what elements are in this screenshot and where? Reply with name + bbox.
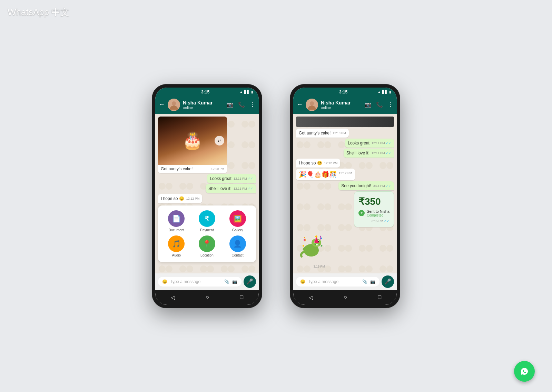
emoji-message: 🎉🎈🎂🎁🎊 12:12 PM: [296, 169, 355, 180]
attach-audio[interactable]: 🎵 Audio: [163, 235, 190, 257]
phone-2-back-button[interactable]: ←: [297, 101, 303, 108]
msg2-shell-love: She'll love it! 12:11 PM ✓✓: [344, 149, 394, 158]
emoji-time: 12:12 PM: [339, 171, 352, 175]
payment-to: Sent to Nisha: [367, 209, 390, 213]
phone-2-chat-body[interactable]: Got aunty's cake! 12:10 PM Looks great 1…: [293, 114, 397, 273]
phone-2-wifi-icon: ▲: [377, 90, 381, 94]
phone-2-emoji-icon[interactable]: 😊: [300, 279, 305, 284]
phone-2-avatar[interactable]: [306, 99, 318, 111]
attach-icon[interactable]: 📎: [224, 279, 229, 284]
cake-image: 🎂 ↩: [158, 117, 227, 165]
phone-1-back-button[interactable]: ←: [159, 101, 165, 108]
phone-1-back-nav[interactable]: ◁: [167, 293, 179, 302]
location-label: Location: [200, 253, 214, 257]
phone-1-call-icon[interactable]: 📞: [238, 101, 245, 108]
phone-1-screen: 3:15 ▲ ▋▋ ▮ ←: [155, 88, 259, 305]
attach-payment[interactable]: ₹ Payment: [194, 210, 221, 232]
phone-1-menu-icon[interactable]: ⋮: [250, 101, 255, 108]
payment-completed: Completed: [367, 213, 390, 217]
forward-button[interactable]: ↩: [215, 136, 224, 145]
phone-2-nav-bar: ◁ ○ □: [293, 290, 397, 305]
phone-2-back-nav[interactable]: ◁: [305, 293, 317, 302]
phone-1-input-bar: 😊 Type a message 📎 📷 🎤: [155, 273, 259, 290]
payment-status-icon: ₹: [358, 210, 365, 216]
msg2-cake-time: 12:10 PM: [333, 131, 346, 135]
whatsapp-fab[interactable]: [514, 361, 535, 382]
attach-document[interactable]: 📄 Document: [163, 210, 190, 232]
svg-point-4: [310, 101, 314, 105]
document-icon: 📄: [168, 210, 185, 227]
msg-shell-love-time: 12:11 PM ✓✓: [234, 187, 253, 190]
phone-1-mic-button[interactable]: 🎤: [244, 275, 256, 288]
phone-1-home-nav[interactable]: ○: [201, 293, 213, 302]
phone-2-attach-icon[interactable]: 📎: [362, 279, 367, 284]
phone-2-message-input[interactable]: 😊 Type a message 📎 📷: [296, 277, 379, 287]
cake-image-caption: Got aunty's cake! 12:10 PM: [158, 165, 227, 173]
msg-i-hope-so-time: 12:12 PM: [186, 197, 200, 200]
attach-gallery[interactable]: 🖼️ Gallery: [224, 210, 251, 232]
phone-2-home-nav[interactable]: ○: [339, 293, 351, 302]
phone-2-camera-icon[interactable]: 📷: [370, 279, 375, 284]
phone-1-chat-body[interactable]: 🎂 ↩ Got aunty's cake! 12:10 PM Looks gre…: [155, 114, 259, 273]
phone-2-mic-button[interactable]: 🎤: [382, 275, 394, 288]
phone-1-message-input[interactable]: 😊 Type a message 📎 📷: [158, 277, 241, 287]
payment-message: ₹350 ₹ Sent to Nisha Completed 3:15 PM ✓…: [354, 191, 394, 227]
phone-2-avatar-img: [306, 99, 318, 111]
contact-label: Contact: [231, 253, 243, 257]
emoji-icon[interactable]: 😊: [162, 279, 167, 284]
attach-contact[interactable]: 👤 Contact: [224, 235, 251, 257]
phones-container: 3:15 ▲ ▋▋ ▮ ←: [152, 84, 400, 308]
phone-1-chat-header: ← Nisha Kumar online 📷: [155, 96, 259, 114]
phone-1-status-icons: ▲ ▋▋ ▮: [239, 90, 253, 94]
msg2-looks-great: Looks great 12:11 PM ✓✓: [345, 139, 394, 148]
msg2-shell-love-text: She'll love it!: [346, 151, 369, 155]
msg2-i-hope-text: I hope so 😊: [299, 161, 322, 165]
msg2-i-hope-time: 12:12 PM: [324, 161, 338, 165]
phone-2-contact-info: Nisha Kumar online: [321, 100, 362, 110]
dino-svg: [297, 230, 325, 261]
document-label: Document: [169, 228, 185, 232]
phone-2-battery-icon: ▮: [389, 90, 391, 94]
msg2-i-hope: I hope so 😊 12:12 PM: [296, 159, 340, 168]
phone-1-avatar[interactable]: [168, 99, 180, 111]
phone-2-call-icon[interactable]: 📞: [376, 101, 383, 108]
sticker-time: 3:15 PM: [313, 265, 325, 268]
phone-2: 3:15 ▲ ▋▋ ▮ ←: [290, 84, 400, 308]
gallery-label: Gallery: [232, 228, 243, 232]
svg-point-14: [304, 239, 305, 241]
phone-1-header-actions: 📷 📞 ⋮: [226, 101, 255, 108]
audio-icon: 🎵: [168, 235, 185, 252]
msg2-see-you: See you tonight! 3:14 PM ✓✓: [338, 181, 394, 190]
phone-2-status-icons: ▲ ▋▋ ▮: [377, 90, 391, 94]
phone-2-video-icon[interactable]: 📷: [364, 101, 371, 108]
phone-1-contact-status: online: [183, 105, 224, 110]
msg2-looks-great-text: Looks great: [348, 141, 369, 145]
payment-status: ₹ Sent to Nisha Completed: [358, 209, 390, 217]
dino-sticker: [297, 230, 325, 264]
phone-1-recent-nav[interactable]: □: [236, 293, 248, 302]
msg-looks-great-text: Looks great: [210, 176, 231, 181]
wifi-icon: ▲: [239, 90, 243, 94]
msg-shell-love-text: She'll love it!: [208, 186, 231, 191]
attach-location[interactable]: 📍 Location: [194, 235, 221, 257]
svg-rect-17: [321, 245, 323, 247]
contact-icon: 👤: [229, 235, 246, 252]
phone-2-contact-status: online: [321, 105, 362, 110]
svg-point-15: [321, 238, 322, 239]
phone-1-video-icon[interactable]: 📷: [226, 101, 233, 108]
msg-looks-great-ticks: ✓✓: [248, 177, 253, 180]
phone-2-time: 3:15: [339, 90, 347, 94]
svg-rect-16: [302, 245, 304, 247]
phone-2-recent-nav[interactable]: □: [374, 293, 386, 302]
cake-caption-text: Got aunty's cake!: [161, 167, 193, 171]
partial-image: [296, 117, 394, 127]
phone-2-signal-icon: ▋▋: [382, 90, 388, 94]
phone-2-menu-icon[interactable]: ⋮: [388, 101, 393, 108]
msg-shell-love: She'll love it! 12:11 PM ✓✓: [206, 184, 256, 193]
location-icon: 📍: [199, 235, 215, 252]
svg-rect-9: [316, 244, 317, 245]
msg2-looks-great-time: 12:11 PM ✓✓: [372, 141, 391, 145]
camera-icon[interactable]: 📷: [232, 279, 237, 284]
cake-image-time: 12:10 PM: [211, 167, 224, 171]
payment-ticks: ✓✓: [384, 219, 390, 223]
